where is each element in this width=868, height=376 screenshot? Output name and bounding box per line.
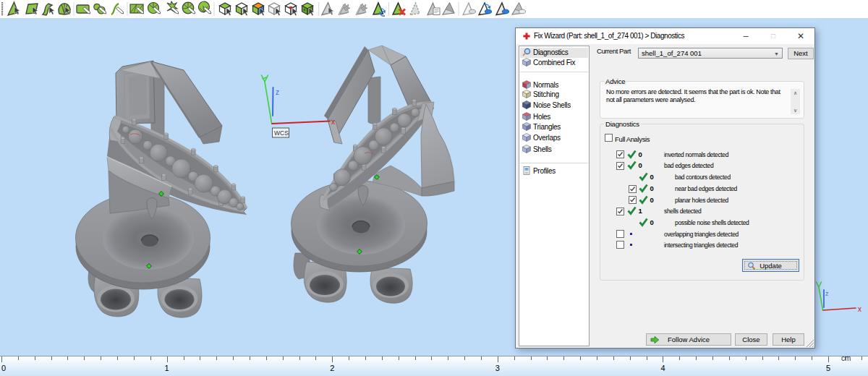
svg-text:x: x [858,305,861,313]
svg-text:z: z [825,290,829,297]
svg-text:x: x [331,118,335,126]
svg-text:WCS: WCS [274,129,289,137]
svg-text:z: z [276,88,279,96]
